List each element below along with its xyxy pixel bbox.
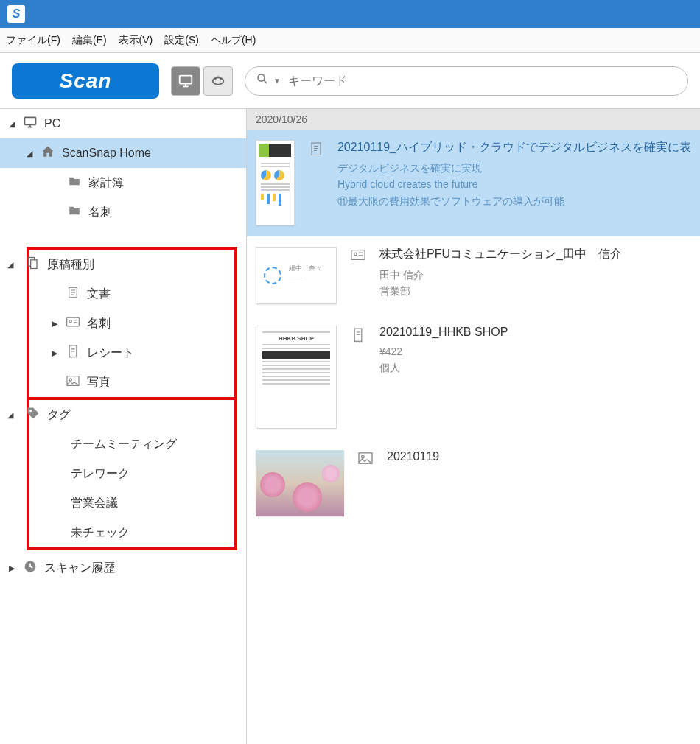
photo-icon: [65, 375, 81, 390]
menu-settings[interactable]: 設定(S): [164, 34, 199, 47]
tree-type-receipt[interactable]: ▶ レシート: [29, 338, 234, 368]
svg-point-11: [29, 410, 32, 412]
svg-point-15: [354, 253, 357, 256]
tree-label: 名刺: [88, 205, 112, 220]
svg-point-17: [362, 455, 365, 458]
file-list: 2020/10/26 20210119_ハイブリッド・クラウドでデジタルビジネス…: [247, 109, 700, 744]
tree-label: 原稿種別: [47, 257, 94, 273]
tree-folder-kakeibo[interactable]: 家計簿: [0, 168, 246, 197]
photo-icon: [357, 452, 374, 468]
thumbnail: 細中 奈々────: [256, 247, 337, 304]
menu-file[interactable]: ファイル(F): [6, 34, 60, 47]
tree-label: 文書: [87, 287, 111, 302]
expand-icon[interactable]: ▶: [50, 319, 59, 329]
toolbar: Scan ▼: [0, 53, 700, 109]
search-box[interactable]: ▼: [245, 66, 688, 96]
tree-label: タグ: [47, 407, 71, 423]
view-computer-button[interactable]: [171, 66, 200, 96]
thumbnail: HHKB SHOP: [256, 326, 337, 429]
tree-tag-sales[interactable]: 営業会議: [29, 488, 234, 518]
list-item[interactable]: 細中 奈々──── 株式会社PFUコミュニケーション_田中 信介 田中 信介 営…: [247, 236, 700, 315]
item-title: 20210119_HHKB SHOP: [379, 326, 691, 339]
menu-view[interactable]: 表示(V): [119, 34, 153, 47]
svg-point-8: [69, 320, 71, 322]
item-subtitle: 田中 信介 営業部: [379, 267, 691, 300]
svg-point-2: [258, 74, 265, 81]
cloud-sync-icon: [210, 73, 226, 89]
monitor-icon: [178, 73, 194, 89]
search-input[interactable]: [288, 74, 677, 88]
receipt-icon: [350, 327, 366, 343]
svg-point-1: [213, 77, 224, 84]
app-logo-icon: S: [7, 5, 25, 23]
tree-label: レシート: [87, 345, 134, 361]
doc-type-icon: [25, 256, 41, 274]
titlebar: S: [0, 0, 700, 28]
document-icon: [65, 285, 81, 303]
svg-rect-14: [351, 250, 365, 260]
thumbnail: [256, 140, 295, 225]
search-icon: [256, 72, 269, 89]
scan-button[interactable]: Scan: [12, 63, 159, 99]
view-cloud-button[interactable]: [203, 66, 233, 96]
highlighted-section: ◢ 原稿種別 文書 ▶ 名刺 ▶: [27, 247, 237, 550]
home-icon: [40, 144, 56, 163]
tree-label: 営業会議: [71, 496, 118, 511]
tree-label: テレワーク: [71, 466, 130, 482]
collapse-icon[interactable]: ◢: [7, 119, 16, 129]
tree-label: 未チェック: [71, 525, 130, 541]
search-dropdown-icon[interactable]: ▼: [273, 77, 281, 85]
collapse-icon[interactable]: ◢: [25, 149, 34, 158]
item-title: 20210119_ハイブリッド・クラウドでデジタルビジネスを確実に表: [337, 140, 691, 155]
menu-help[interactable]: ヘルプ(H): [211, 34, 256, 47]
card-icon: [350, 248, 366, 264]
list-item[interactable]: HHKB SHOP 20210119_HHKB SHOP ¥422 個人: [247, 315, 700, 440]
svg-point-10: [69, 378, 71, 380]
item-subtitle: ¥422 個人: [379, 343, 691, 376]
menu-edit[interactable]: 編集(E): [72, 34, 107, 47]
tree-label: ScanSnap Home: [62, 147, 151, 160]
thumbnail: [256, 450, 344, 516]
tree-label: チームミーティング: [71, 437, 177, 452]
tree-scansnap-home[interactable]: ◢ ScanSnap Home: [0, 138, 246, 168]
tree-pc[interactable]: ◢ PC: [0, 109, 246, 138]
svg-rect-0: [180, 75, 192, 83]
folder-icon: [66, 204, 83, 221]
tree-scan-history[interactable]: ▶ スキャン履歴: [0, 553, 246, 583]
tree-tag-meeting[interactable]: チームミーティング: [29, 429, 234, 459]
card-icon: [65, 316, 81, 331]
item-subtitle: デジタルビジネスを確実に実現 Hybrid cloud creates the …: [337, 160, 691, 209]
tree-type-document[interactable]: 文書: [29, 279, 234, 309]
receipt-icon: [65, 344, 81, 362]
list-item[interactable]: 20210119_ハイブリッド・クラウドでデジタルビジネスを確実に表 デジタルビ…: [247, 130, 700, 236]
svg-rect-3: [25, 117, 36, 124]
view-toggle: [171, 66, 233, 96]
menubar: ファイル(F) 編集(E) 表示(V) 設定(S) ヘルプ(H): [0, 28, 700, 53]
expand-icon[interactable]: ▶: [50, 348, 59, 358]
tree-label: PC: [44, 117, 60, 130]
expand-icon[interactable]: ▶: [7, 564, 16, 573]
list-item[interactable]: 20210119: [247, 440, 700, 527]
sidebar: ◢ PC ◢ ScanSnap Home 家計簿 名刺: [0, 109, 247, 744]
svg-rect-5: [31, 259, 37, 268]
tree-tag-telework[interactable]: テレワーク: [29, 459, 234, 488]
tree-label: 写真: [87, 375, 111, 390]
tree-folder-meishi[interactable]: 名刺: [0, 197, 246, 227]
date-group-header: 2020/10/26: [247, 109, 700, 130]
tree-label: 家計簿: [88, 175, 124, 191]
item-title: 20210119: [387, 450, 691, 463]
item-title: 株式会社PFUコミュニケーション_田中 信介: [379, 247, 691, 262]
svg-rect-7: [67, 317, 80, 326]
collapse-icon[interactable]: ◢: [6, 410, 15, 420]
tree-type-photo[interactable]: 写真: [29, 368, 234, 397]
tree-tag[interactable]: ◢ タグ: [7, 400, 234, 429]
folder-icon: [66, 175, 83, 192]
tree-doc-type[interactable]: ◢ 原稿種別: [7, 250, 234, 279]
collapse-icon[interactable]: ◢: [6, 260, 15, 270]
tag-icon: [25, 406, 41, 424]
tree-type-card[interactable]: ▶ 名刺: [29, 309, 234, 338]
tree-tag-unchecked[interactable]: 未チェック: [29, 518, 234, 547]
tree-label: 名刺: [87, 316, 111, 331]
monitor-icon: [22, 115, 38, 133]
document-icon: [308, 141, 324, 158]
